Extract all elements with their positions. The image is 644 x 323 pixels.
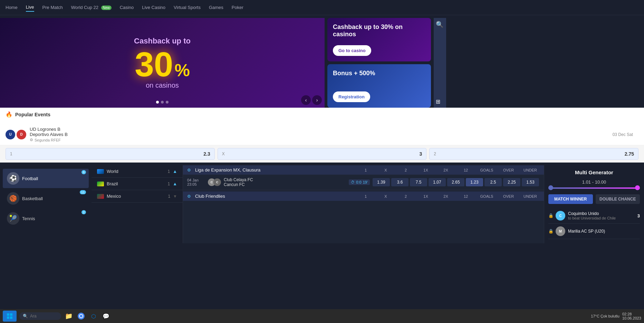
odds-row: 1 2.3 X 3 2 2.75 xyxy=(0,145,644,163)
main-banner[interactable]: Cashback up to 30 % on casinos ‹ › xyxy=(0,18,325,108)
navigation: Home Live Pre Match World Cup 22 New Cas… xyxy=(0,0,644,15)
sports-layout: 6 ⚽ Football 11 🏀 Basketball 2 🎾 Tennis … xyxy=(0,165,644,243)
bet-desc-1: to beat Universidad de Chile xyxy=(568,216,637,220)
match-score: ⏱ 0:0 19' xyxy=(349,179,370,185)
team1-name: UD Logrones B xyxy=(30,127,68,132)
col-2x: 2X xyxy=(437,168,454,172)
double-chance-button[interactable]: DOUBLE CHANCE xyxy=(596,194,640,204)
range-slider[interactable] xyxy=(548,187,640,189)
team2-logo: D xyxy=(17,130,26,139)
odd-x-button[interactable]: X 3 xyxy=(218,148,427,160)
popular-events-section: 🔥 Popular Events U D UD Logrones B Depor… xyxy=(0,108,644,163)
banner-dot-1[interactable] xyxy=(156,101,159,104)
sport-tab-tennis[interactable]: 2 🎾 Tennis xyxy=(3,209,89,228)
bet-item-2[interactable]: 🔒 M Marilia AC SP (U20) xyxy=(548,224,640,239)
worldcup-badge: New xyxy=(101,6,112,10)
casino-promo[interactable]: Cashback up to 30% on casinos Go to casi… xyxy=(327,18,431,61)
nav-virtual[interactable]: Virtual Sports xyxy=(174,3,201,11)
fire-icon: 🔥 xyxy=(6,111,12,118)
nav-casino[interactable]: Casino xyxy=(120,3,134,11)
col-1x: 1X xyxy=(417,168,434,172)
odd-2-button[interactable]: 2 2.75 xyxy=(429,148,638,160)
odd-2-label: 2 xyxy=(434,151,436,156)
football-badge: 6 xyxy=(81,170,86,174)
league-brazil[interactable]: Brazil 1 ▲ xyxy=(92,178,183,190)
f-col-12: 12 xyxy=(457,194,474,198)
popular-events-title: Popular Events xyxy=(15,112,50,117)
odd-match-over[interactable]: 2.25 xyxy=(503,178,520,186)
nav-live[interactable]: Live xyxy=(26,3,34,12)
col-2: 2 xyxy=(397,168,414,172)
team2-name: Deportivo Alaves B xyxy=(30,132,68,137)
range-thumb-left[interactable] xyxy=(548,185,553,190)
banner-prev-button[interactable]: ‹ xyxy=(301,95,311,105)
go-to-casino-button[interactable]: Go to casino xyxy=(333,45,371,56)
league-mexico[interactable]: Mexico 1 ▼ xyxy=(92,190,183,203)
range-thumb-right[interactable] xyxy=(635,185,640,190)
match-team2-name: Cancun FC xyxy=(224,182,253,187)
nav-worldcup[interactable]: World Cup 22 New xyxy=(71,3,112,11)
liga-name: Liga de Expansion MX, Clausura xyxy=(195,167,354,173)
score-value: 0:0 xyxy=(356,180,361,184)
registration-button[interactable]: Registration xyxy=(333,91,370,102)
bet-item-1[interactable]: 🔒 C Coquimbo Unido to beat Universidad d… xyxy=(548,208,640,224)
odd-match-1x[interactable]: 1.07 xyxy=(429,178,446,186)
odd-match-1[interactable]: 1.39 xyxy=(373,178,390,186)
odd-1-label: 1 xyxy=(10,151,12,156)
sport-tab-basketball[interactable]: 11 🏀 Basketball xyxy=(3,189,89,208)
odd-match-2[interactable]: 7.5 xyxy=(410,178,427,186)
match-winner-button[interactable]: MATCH WINNER xyxy=(548,194,593,204)
odd-1-value: 2.3 xyxy=(203,151,210,157)
banner-next-button[interactable]: › xyxy=(312,95,322,105)
bet-team-2: Marilia AC SP (U20) xyxy=(568,229,640,234)
nav-live-casino[interactable]: Live Casino xyxy=(142,3,165,11)
brazil-league-count: 1 xyxy=(167,182,170,186)
bet-avatar-2: M xyxy=(556,226,565,236)
league-world[interactable]: World 1 ▲ xyxy=(92,165,183,178)
col-over: OVER xyxy=(499,168,518,172)
basketball-badge: 11 xyxy=(80,190,86,194)
nav-poker[interactable]: Poker xyxy=(232,3,243,11)
lock-icon-2: 🔒 xyxy=(548,229,554,234)
multi-gen-title: Multi Generator xyxy=(548,169,640,175)
grid-icon[interactable]: ⊞ xyxy=(436,98,440,105)
bet-type-buttons: MATCH WINNER DOUBLE CHANCE xyxy=(548,194,640,204)
sport-tab-football[interactable]: 6 ⚽ Football xyxy=(3,169,89,188)
search-icon[interactable]: 🔍 xyxy=(436,21,443,28)
football-icon: ⚽ xyxy=(7,172,19,185)
f-col-2x: 2X xyxy=(437,194,454,198)
mexico-league-count: 1 xyxy=(168,194,170,199)
odd-match-2x[interactable]: 2.65 xyxy=(447,178,464,186)
world-league-name: World xyxy=(107,169,167,174)
match-team1-name: Club Celaya FC xyxy=(224,177,253,182)
odd-match-under[interactable]: 1.53 xyxy=(522,178,539,186)
nav-games[interactable]: Games xyxy=(209,3,223,11)
team-pair-logos: C C xyxy=(208,178,221,186)
league-name: Segunda RFEF xyxy=(35,138,61,142)
banner-side: Cashback up to 30% on casinos Go to casi… xyxy=(327,18,431,108)
match-teams: C C Club Celaya FC Cancun FC xyxy=(208,177,349,187)
sports-sidebar: 6 ⚽ Football 11 🏀 Basketball 2 🎾 Tennis xyxy=(0,165,92,243)
tennis-badge: 2 xyxy=(81,210,86,214)
banner-dot-3[interactable] xyxy=(166,101,169,104)
tennis-icon: 🎾 xyxy=(7,212,19,225)
brazil-chevron-icon: ▲ xyxy=(173,181,177,186)
odd-1-button[interactable]: 1 2.3 xyxy=(6,148,215,160)
col-x: X xyxy=(377,168,394,172)
popular-events-header: 🔥 Popular Events xyxy=(0,108,644,121)
matches-panel: ⚙ Liga de Expansion MX, Clausura 1 X 2 1… xyxy=(183,165,544,243)
mexico-flag xyxy=(97,194,104,199)
banner-dot-2[interactable] xyxy=(161,101,164,104)
bonus-promo[interactable]: Bonus + 500% Registration xyxy=(327,64,431,108)
nav-home[interactable]: Home xyxy=(6,3,18,11)
odd-match-x[interactable]: 3.6 xyxy=(391,178,408,186)
friendlies-icon: ⚙ xyxy=(187,194,191,199)
team-names: UD Logrones B Deportivo Alaves B ⚙ Segun… xyxy=(30,127,68,142)
nav-prematch[interactable]: Pre Match xyxy=(42,3,63,11)
odd-match-goals[interactable]: 2.5 xyxy=(484,178,502,186)
match-row-1[interactable]: 04 Jan 23:05 C C Club Celaya FC Cancun F… xyxy=(183,175,544,190)
odd-match-12[interactable]: 1.23 xyxy=(466,178,483,186)
banner-navigation: ‹ › xyxy=(298,92,325,108)
team-pair-names: Club Celaya FC Cancun FC xyxy=(224,177,253,187)
event-row[interactable]: U D UD Logrones B Deportivo Alaves B ⚙ S… xyxy=(0,124,644,145)
